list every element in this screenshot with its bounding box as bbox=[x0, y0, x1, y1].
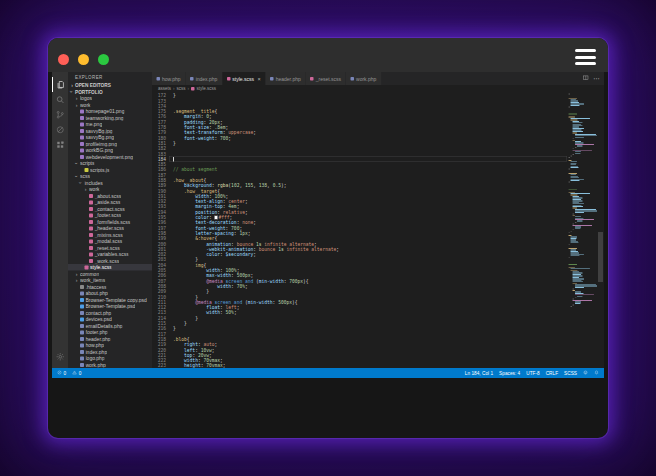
gear-icon[interactable] bbox=[52, 349, 68, 364]
search-icon[interactable] bbox=[52, 92, 68, 107]
editor-actions: ⋯ bbox=[583, 72, 601, 85]
tab-style.scss[interactable]: style.scss× bbox=[222, 72, 265, 85]
minimap-line bbox=[575, 303, 581, 304]
zoom-window-button[interactable] bbox=[98, 54, 109, 65]
minimap-line bbox=[577, 296, 583, 297]
code-token: ){ bbox=[292, 299, 298, 305]
tree-item-label: teamworking.png bbox=[86, 115, 124, 121]
breadcrumb-item[interactable]: scss bbox=[177, 86, 186, 91]
more-actions-icon[interactable]: ⋯ bbox=[593, 75, 600, 83]
code-token: ; bbox=[253, 220, 256, 226]
tree-item-label: emailDetails.php bbox=[86, 323, 123, 329]
tree-item-label: savvyBg.jpg bbox=[86, 128, 113, 134]
close-icon[interactable]: × bbox=[257, 76, 260, 82]
breadcrumb-item[interactable]: assets bbox=[158, 86, 171, 91]
status-CRLF[interactable]: CRLF bbox=[546, 370, 558, 376]
tab-work.php[interactable]: work.php bbox=[346, 72, 381, 85]
code-line[interactable]: height: 70vmax; bbox=[173, 363, 567, 368]
minimap-line bbox=[573, 138, 575, 139]
line-number-gutter: 1721731741751761771781791801811821831841… bbox=[152, 92, 169, 368]
tab-label: header.php bbox=[276, 76, 301, 82]
status-bar: 00 Ln 184, Col 1Spaces: 4UTF-8CRLFSCSS bbox=[52, 368, 604, 378]
status-bell-icon[interactable] bbox=[594, 370, 599, 376]
tab-how.php[interactable]: how.php bbox=[152, 72, 186, 85]
status-SCSS[interactable]: SCSS bbox=[564, 370, 577, 376]
minimize-window-button[interactable] bbox=[78, 54, 89, 65]
minimap-line bbox=[573, 229, 575, 230]
php-file-icon bbox=[190, 77, 194, 81]
status-UTF-8[interactable]: UTF-8 bbox=[526, 370, 539, 376]
code-token: $secondary bbox=[226, 251, 254, 257]
tab-header.php[interactable]: header.php bbox=[266, 72, 306, 85]
explorer-sidebar: EXPLORER ›OPEN EDITORS›PORTFOLIO›logos›w… bbox=[68, 72, 152, 368]
extensions-icon[interactable] bbox=[52, 137, 68, 152]
debug-icon[interactable] bbox=[52, 122, 68, 137]
tree-item-label: scss bbox=[80, 174, 90, 180]
scss-file-icon bbox=[89, 226, 93, 230]
status-label: Spaces: 4 bbox=[499, 370, 520, 376]
hamburger-bar bbox=[575, 56, 596, 59]
code-token: 70% bbox=[237, 283, 245, 289]
status-smiley-icon[interactable] bbox=[583, 370, 588, 376]
code-token: min-width bbox=[248, 299, 273, 305]
chevron-icon: › bbox=[70, 83, 74, 89]
code-token: min-width bbox=[259, 278, 284, 284]
source-control-icon[interactable] bbox=[52, 107, 68, 122]
tree-item-label: _about.scss bbox=[95, 193, 122, 199]
error-icon bbox=[57, 370, 62, 376]
scrollbar-thumb[interactable] bbox=[598, 232, 603, 282]
minimap-line bbox=[577, 221, 583, 222]
minimap-line bbox=[571, 156, 573, 157]
tree-item-label: _contact.scss bbox=[95, 206, 125, 212]
scss-file-icon bbox=[227, 77, 231, 81]
image-file-icon bbox=[80, 155, 84, 159]
breadcrumb-separator-icon: › bbox=[188, 86, 190, 91]
chevron-icon: › bbox=[75, 102, 79, 108]
code-editor[interactable]: 1721731741751761771781791801811821831841… bbox=[152, 92, 604, 368]
editor-tab-bar: how.phpindex.phpstyle.scss×header.php_re… bbox=[152, 72, 604, 85]
tree-item-label: _variables.scss bbox=[95, 252, 129, 258]
code-token: ; bbox=[248, 230, 251, 236]
tab-_reset.scss[interactable]: _reset.scss bbox=[306, 72, 346, 85]
split-editor-icon[interactable] bbox=[583, 74, 590, 83]
hamburger-menu-icon[interactable] bbox=[575, 49, 596, 65]
php-file-icon bbox=[80, 356, 84, 360]
tree-item-label: webdevelopment.png bbox=[86, 154, 134, 160]
code-lines[interactable]: }.segment__title{ margin: 0; padding: 20… bbox=[169, 92, 567, 368]
code-token: } bbox=[173, 140, 176, 146]
code-token: 102 bbox=[231, 183, 239, 189]
tree-item-label: _mixins.scss bbox=[95, 232, 123, 238]
scss-file-icon bbox=[89, 200, 93, 204]
code-token: 700px bbox=[289, 278, 303, 284]
code-token: 1px bbox=[239, 230, 247, 236]
color-swatch bbox=[215, 216, 218, 219]
status-Spaces: 4[interactable]: Spaces: 4 bbox=[499, 370, 520, 376]
code-token: ; bbox=[237, 304, 240, 310]
php-file-icon bbox=[80, 343, 84, 347]
close-window-button[interactable] bbox=[58, 54, 69, 65]
file-tree: ›OPEN EDITORS›PORTFOLIO›logos›workhomepa… bbox=[68, 82, 152, 368]
code-token: ; bbox=[228, 135, 231, 141]
chevron-icon: › bbox=[78, 181, 84, 185]
scss-file-icon bbox=[89, 246, 93, 250]
status-error-icon[interactable]: 0 bbox=[57, 370, 66, 376]
tree-item-label: me.png bbox=[86, 122, 103, 128]
tree-item-label: Browser-Template.psd bbox=[86, 304, 136, 310]
tab-index.php[interactable]: index.php bbox=[186, 72, 223, 85]
tree-item-label: profileimg.png bbox=[86, 141, 117, 147]
psd-file-icon bbox=[80, 298, 84, 302]
tree-item-label: style.scss bbox=[90, 265, 112, 271]
editor-scrollbar[interactable] bbox=[597, 92, 604, 368]
minimap[interactable] bbox=[567, 92, 597, 368]
status-Ln 184, Col 1[interactable]: Ln 184, Col 1 bbox=[465, 370, 493, 376]
tabs: how.phpindex.phpstyle.scss×header.php_re… bbox=[152, 72, 381, 85]
status-warning-icon[interactable]: 0 bbox=[72, 370, 81, 376]
status-bar-left: 00 bbox=[57, 370, 81, 376]
php-file-icon bbox=[351, 77, 355, 81]
php-file-icon bbox=[80, 363, 84, 367]
files-icon[interactable] bbox=[52, 77, 68, 92]
minimap-line bbox=[567, 159, 597, 160]
php-file-icon bbox=[80, 291, 84, 295]
breadcrumb-item[interactable]: style.scss bbox=[197, 86, 217, 91]
desktop-background: EXPLORER ›OPEN EDITORS›PORTFOLIO›logos›w… bbox=[0, 0, 656, 476]
